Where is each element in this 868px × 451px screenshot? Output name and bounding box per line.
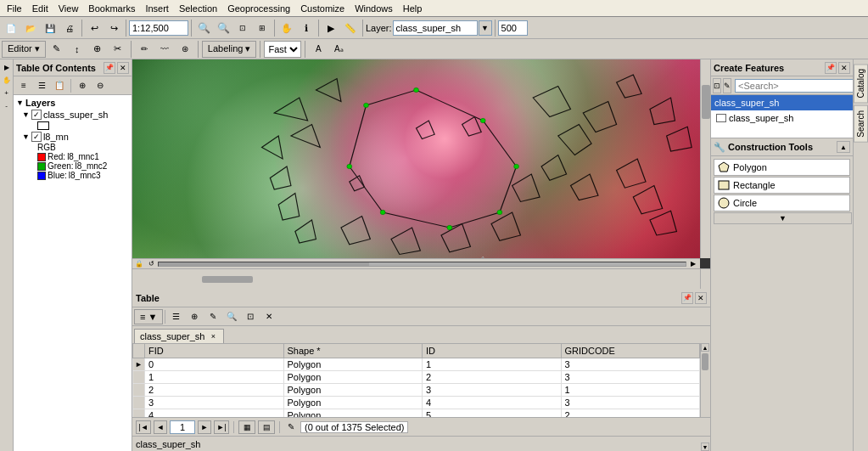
labeling-dropdown-btn[interactable]: Labeling ▾ — [202, 41, 257, 58]
toc-list-view-btn[interactable]: ≡ — [15, 78, 32, 93]
identify-button[interactable]: ℹ — [297, 19, 316, 37]
table-tool1[interactable]: ☰ — [167, 308, 184, 325]
toc-layer2-checkbox[interactable]: ✓ — [31, 132, 42, 142]
map-toolbar-play-btn[interactable]: ▶ — [688, 260, 698, 268]
cf-feature-item[interactable]: class_super_sh — [711, 110, 853, 126]
table-row[interactable]: 2Polygon31 — [133, 384, 700, 397]
toc-layer2-name[interactable]: l8_mn — [43, 132, 69, 142]
edit-vertex-btn[interactable]: ✎ — [48, 40, 66, 59]
menu-file[interactable]: File — [2, 2, 27, 15]
toolbox-zoom-in[interactable]: + — [1, 87, 13, 99]
table-tool5[interactable]: ⊡ — [242, 308, 259, 325]
construction-scroll-up[interactable]: ▲ — [837, 141, 850, 153]
toc-collapse-btn[interactable]: ⊖ — [92, 78, 109, 93]
menu-insert[interactable]: Insert — [140, 2, 174, 15]
construction-item-polygon[interactable]: Polygon — [714, 159, 850, 176]
editor-dropdown-btn[interactable]: Editor ▾ — [2, 41, 46, 58]
table-row[interactable]: 3Polygon43 — [133, 397, 700, 409]
toc-source-btn[interactable]: 📋 — [51, 78, 68, 93]
zoom-full-button[interactable]: ⊡ — [233, 19, 252, 37]
table-tool4[interactable]: 🔍 — [223, 308, 240, 325]
menu-help[interactable]: Help — [398, 2, 428, 15]
menu-view[interactable]: View — [53, 2, 84, 15]
table-tool6[interactable]: ✕ — [260, 308, 277, 325]
select-button[interactable]: ▶ — [322, 19, 340, 37]
toolbox-select[interactable]: ▶ — [1, 61, 13, 73]
snap-size-input[interactable] — [498, 20, 528, 36]
zoom-in-button[interactable]: 🔍 — [194, 19, 213, 37]
scale-input[interactable] — [129, 20, 188, 36]
create-features-pin-btn[interactable]: 📌 — [825, 62, 837, 74]
undo-button[interactable]: ↩ — [85, 19, 104, 37]
toc-layer1-checkbox[interactable]: ✓ — [31, 110, 42, 120]
cf-search-input[interactable] — [735, 79, 859, 93]
col-header-fid[interactable]: FID — [145, 344, 284, 358]
map-vscrollbar[interactable] — [700, 59, 710, 258]
table-vscrollbar[interactable]: ▲ ▼ — [700, 343, 710, 417]
pan-button[interactable]: ✋ — [277, 19, 296, 37]
toc-pin-btn[interactable]: 📌 — [104, 62, 115, 74]
edit-tool-btn2[interactable]: ↕ — [68, 40, 87, 59]
table-tool3[interactable]: ✎ — [204, 308, 221, 325]
table-scroll-up[interactable]: ▲ — [701, 343, 709, 352]
construction-item-circle[interactable]: Circle — [714, 194, 850, 211]
construction-item-rectangle[interactable]: Rectangle — [714, 177, 850, 194]
table-row[interactable]: ►0Polygon13 — [133, 358, 700, 371]
edit-tool-btn4[interactable]: ✂ — [109, 40, 127, 59]
toc-layer1-name[interactable]: class_super_sh — [43, 110, 108, 120]
map-area[interactable]: 🔒 ↺ ▶ — [132, 59, 710, 289]
menu-selection[interactable]: Selection — [174, 2, 222, 15]
toolbox-pan[interactable]: ✋ — [1, 74, 13, 86]
measure-button[interactable]: 📏 — [341, 19, 360, 37]
nav-page-input[interactable] — [170, 420, 195, 434]
vtab-catalog[interactable]: Catalog — [854, 64, 868, 103]
create-features-close-btn[interactable]: ✕ — [838, 62, 850, 74]
nav-last-btn[interactable]: ►| — [214, 420, 229, 434]
cf-tool2[interactable]: ✎ — [723, 78, 731, 93]
toc-layer2-expand[interactable]: ▼ — [22, 132, 30, 141]
layer-dropdown[interactable] — [393, 20, 478, 36]
table-row[interactable]: 1Polygon23 — [133, 371, 700, 384]
table-close-btn[interactable]: ✕ — [695, 292, 707, 304]
open-button[interactable]: 📂 — [21, 19, 40, 37]
menu-bookmarks[interactable]: Bookmarks — [83, 2, 140, 15]
toc-layers-header[interactable]: ▼ Layers — [15, 97, 130, 109]
menu-windows[interactable]: Windows — [350, 2, 398, 15]
toc-layer1-expand[interactable]: ▼ — [22, 110, 30, 119]
cf-tool1[interactable]: ⊡ — [713, 78, 721, 93]
nav-view-toggle2[interactable]: ▤ — [258, 420, 275, 434]
layer-dropdown-btn[interactable]: ▼ — [479, 20, 492, 36]
col-header-id[interactable]: ID — [423, 344, 562, 358]
menu-edit[interactable]: Edit — [27, 2, 53, 15]
map-hscrollbar[interactable] — [132, 268, 700, 289]
snap-btn[interactable]: ⊛ — [176, 40, 194, 59]
table-tab[interactable]: class_super_sh × — [134, 329, 224, 343]
nav-view-toggle[interactable]: ▦ — [238, 420, 255, 434]
toolbox-zoom-out[interactable]: - — [1, 99, 13, 111]
toc-expand-btn[interactable]: ⊕ — [74, 78, 91, 93]
zoom-out-button[interactable]: 🔍 — [214, 19, 232, 37]
nav-next-btn[interactable]: ► — [198, 420, 211, 434]
print-button[interactable]: 🖨 — [60, 19, 79, 37]
col-header-gridcode[interactable]: GRIDCODE — [561, 344, 700, 358]
table-tool2[interactable]: ⊕ — [186, 308, 203, 325]
table-pin-btn[interactable]: 📌 — [681, 292, 693, 304]
cf-layer-item[interactable]: class_super_sh — [711, 95, 853, 110]
label-tool-2[interactable]: Aₐ — [329, 40, 348, 59]
construction-scroll-indicator[interactable]: ▼ — [714, 212, 852, 224]
map-toolbar-refresh-btn[interactable]: ↺ — [146, 260, 156, 268]
toc-close-btn[interactable]: ✕ — [117, 62, 129, 74]
col-header-shape[interactable]: Shape * — [283, 344, 423, 358]
edit-tool-btn3[interactable]: ⊕ — [88, 40, 107, 59]
table-tab-close[interactable]: × — [208, 331, 218, 341]
nav-prev-btn[interactable]: ◄ — [154, 420, 167, 434]
zoom-layer-button[interactable]: ⊞ — [253, 19, 272, 37]
nav-edit-btn[interactable]: ✎ — [284, 420, 298, 434]
save-button[interactable]: 💾 — [41, 19, 59, 37]
new-button[interactable]: 📄 — [2, 19, 20, 37]
toc-description-btn[interactable]: ☰ — [33, 78, 50, 93]
table-row[interactable]: 4Polygon52 — [133, 409, 700, 418]
menu-geoprocessing[interactable]: Geoprocessing — [222, 2, 295, 15]
redo-button[interactable]: ↪ — [104, 19, 123, 37]
table-options-btn[interactable]: ≡ ▼ — [134, 309, 163, 324]
